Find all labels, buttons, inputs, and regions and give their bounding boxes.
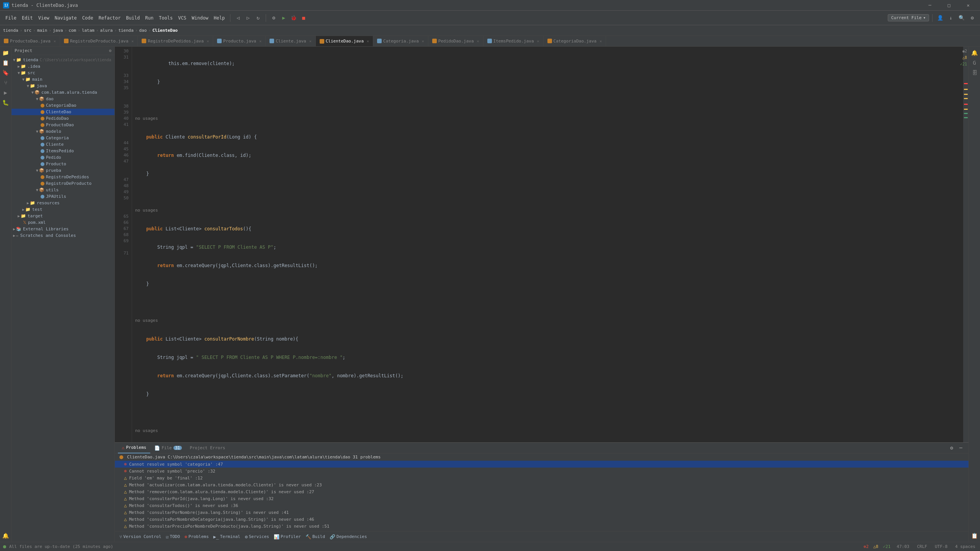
- notifications-right-icon[interactable]: 🔔: [970, 48, 979, 57]
- settings-button[interactable]: ⚙: [968, 13, 977, 23]
- problems-button-bottom[interactable]: ⊗ Problems: [183, 532, 210, 541]
- menu-tools-button[interactable]: Tools: [157, 13, 175, 23]
- menu-window-button[interactable]: Window: [189, 13, 211, 23]
- menu-run-button[interactable]: Run: [143, 13, 156, 23]
- close-tab-registrodepedidos[interactable]: ✕: [207, 39, 209, 43]
- build-project-button[interactable]: ⚙: [269, 13, 278, 23]
- debug-button[interactable]: 🐞: [289, 13, 298, 23]
- close-tab-categoriadao[interactable]: ✕: [599, 39, 602, 43]
- tab-pedidodao[interactable]: PedidoDao.java ✕: [428, 36, 483, 46]
- tree-item-utils[interactable]: ▼ 📦 utils: [11, 187, 114, 193]
- tree-item-jpautils[interactable]: JPAUtils: [11, 193, 114, 200]
- tab-categoria[interactable]: Categoria.java ✕: [373, 36, 428, 46]
- tree-item-categoria[interactable]: Categoria: [11, 135, 114, 141]
- menu-view-button[interactable]: View: [36, 13, 52, 23]
- notifications-icon[interactable]: 🔔: [1, 531, 10, 540]
- encoding-selector[interactable]: UTF-8: [933, 542, 949, 551]
- tree-item-external-libs[interactable]: ▶ 📚 External Libraries: [11, 226, 114, 232]
- tree-item-resources[interactable]: ▶ 📁 resources: [11, 200, 114, 206]
- close-tab-registrodeproducto[interactable]: ✕: [131, 39, 134, 43]
- project-tool-icon[interactable]: 📁: [1, 48, 10, 57]
- breadcrumb-com[interactable]: com: [69, 28, 76, 33]
- bookmark-tool-icon[interactable]: 🔖: [1, 68, 10, 77]
- gutter-info-mark-2[interactable]: [964, 117, 968, 118]
- git-tool-icon[interactable]: ⑂: [1, 78, 10, 87]
- tree-item-idea[interactable]: ▶ 📁 .idea: [11, 63, 114, 70]
- update-button[interactable]: ↓: [946, 13, 956, 23]
- gutter-warn-mark-2[interactable]: [964, 94, 968, 95]
- gutter-error-mark-2[interactable]: [964, 104, 968, 105]
- breadcrumb-main[interactable]: main: [37, 28, 47, 33]
- problem-row-6[interactable]: △ Method 'consultarTodos()' is never use…: [115, 502, 969, 509]
- close-tab-pedidodao[interactable]: ✕: [477, 39, 479, 43]
- tree-item-target[interactable]: ▶ 📁 target: [11, 213, 114, 219]
- problem-row-0[interactable]: ⊗ Cannot resolve symbol 'categoria' :47: [115, 461, 969, 468]
- menu-code-button[interactable]: Code: [80, 13, 96, 23]
- breadcrumb-clientedao[interactable]: ClienteDao: [152, 28, 178, 33]
- problem-row-4[interactable]: △ Method 'remover(com.latam.alura.tienda…: [115, 488, 969, 495]
- tab-file[interactable]: 📄 File 31: [150, 443, 186, 453]
- tab-registrodepedidos[interactable]: RegistroDePedidos.java ✕: [138, 36, 213, 46]
- code-editor[interactable]: this.em.remove(cliente); } no usages pub…: [132, 47, 963, 442]
- close-tab-clientedao[interactable]: ✕: [367, 39, 369, 43]
- menu-vcs-button[interactable]: VCS: [176, 13, 189, 23]
- problem-row-2[interactable]: △ Field 'em' may be 'final' :12: [115, 474, 969, 481]
- tree-item-package-root[interactable]: ▼ 📦 com.latam.alura.tienda: [11, 89, 114, 96]
- gutter-info-mark-1[interactable]: [964, 113, 968, 114]
- tab-problems[interactable]: ⚠ Problems: [118, 443, 150, 453]
- current-file-selector[interactable]: Current File ▾: [888, 14, 929, 21]
- problem-file-header[interactable]: ClienteDao.java C:\Users\czala\workspace…: [115, 453, 969, 461]
- gutter-warn-mark-1[interactable]: [964, 89, 968, 90]
- gutter-error-mark[interactable]: [964, 83, 968, 84]
- tab-registrodeproducto[interactable]: RegistroDeProducto.java ✕: [60, 36, 138, 46]
- gear-icon[interactable]: ⚙: [109, 48, 111, 53]
- problem-row-3[interactable]: △ Method 'actualizar(com.latam.alura.tie…: [115, 481, 969, 488]
- cursor-position[interactable]: 47:03: [895, 542, 911, 551]
- breadcrumb-tienda[interactable]: tienda: [3, 28, 18, 33]
- menu-edit-button[interactable]: Edit: [20, 13, 35, 23]
- profile-button[interactable]: 👤: [936, 13, 945, 23]
- tree-item-registrodepedidos[interactable]: RegistroDePedidos: [11, 174, 114, 180]
- debug-tool-icon[interactable]: 🐛: [1, 98, 10, 107]
- tab-itemspedido[interactable]: ItemsPedido.java ✕: [483, 36, 544, 46]
- tree-item-registrodeproducto[interactable]: RegistroDeProducto: [11, 180, 114, 187]
- tree-item-scratches[interactable]: ▶ ✏ Scratches and Consoles: [11, 232, 114, 239]
- close-tab-categoria[interactable]: ✕: [422, 39, 424, 43]
- tab-clientedao[interactable]: ClienteDao.java ✕: [316, 36, 373, 46]
- tree-item-src[interactable]: ▼ 📁 src: [11, 70, 114, 76]
- event-log-icon[interactable]: 📋: [970, 531, 979, 540]
- tree-item-pom[interactable]: 𝕏 pom.xml: [11, 219, 114, 226]
- close-tab-cliente[interactable]: ✕: [309, 39, 312, 43]
- breadcrumb-latam[interactable]: latam: [82, 28, 95, 33]
- close-tab-productodao[interactable]: ✕: [54, 39, 56, 43]
- problem-row-5[interactable]: △ Method 'consultarPorId(java.lang.Long)…: [115, 495, 969, 502]
- terminal-button[interactable]: ▶_ Terminal: [212, 532, 242, 541]
- indent-selector[interactable]: 4 spaces: [954, 542, 977, 551]
- close-tab-itemspedido[interactable]: ✕: [537, 39, 539, 43]
- maximize-button[interactable]: □: [940, 0, 958, 11]
- problem-row-1[interactable]: ⊗ Cannot resolve symbol 'precio' :32: [115, 468, 969, 474]
- close-tab-producto[interactable]: ✕: [259, 39, 261, 43]
- gutter-warn-mark-4[interactable]: [964, 109, 968, 110]
- tree-item-modelo[interactable]: ▼ 📦 modelo: [11, 128, 114, 135]
- tree-item-main[interactable]: ▼ 📁 main: [11, 76, 114, 83]
- settings-bottom-button[interactable]: ⚙: [947, 443, 956, 453]
- run-button[interactable]: ▶: [279, 13, 288, 23]
- refresh-button[interactable]: ↻: [253, 13, 263, 23]
- tree-item-test[interactable]: ▶ 📁 test: [11, 206, 114, 213]
- tab-productodao[interactable]: ProductoDao.java ✕: [0, 36, 60, 46]
- breadcrumb-alura[interactable]: alura: [100, 28, 113, 33]
- forward-button[interactable]: ▷: [243, 13, 253, 23]
- menu-build-button[interactable]: Build: [124, 13, 142, 23]
- line-ending-selector[interactable]: CRLF: [915, 542, 929, 551]
- services-button[interactable]: ⚙ Services: [243, 532, 271, 541]
- problem-row-9[interactable]: △ Method 'consultarPrecioPorNombreDeProd…: [115, 523, 969, 530]
- menu-help-button[interactable]: Help: [211, 13, 227, 23]
- tab-producto[interactable]: Producto.java ✕: [213, 36, 266, 46]
- tree-item-productodao[interactable]: ProductoDao: [11, 122, 114, 128]
- breadcrumb-src[interactable]: src: [24, 28, 31, 33]
- tree-item-pedido[interactable]: Pedido: [11, 154, 114, 161]
- dependencies-button[interactable]: 🔗 Dependencies: [328, 532, 368, 541]
- tree-item-java[interactable]: ▼ 📁 java: [11, 83, 114, 89]
- profiler-button[interactable]: 📊 Profiler: [272, 532, 302, 541]
